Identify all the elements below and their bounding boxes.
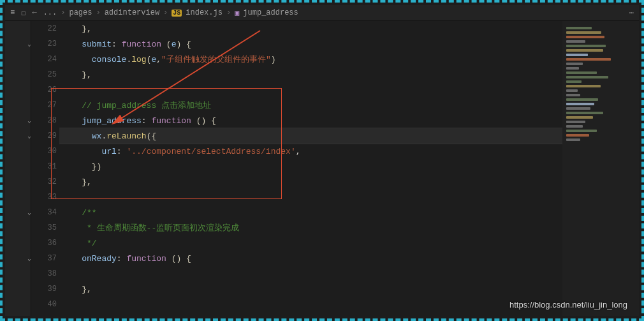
- minimap-line: [566, 49, 603, 52]
- watermark-text: https://blog.csdn.net/liu_jin_long: [509, 300, 627, 310]
- breadcrumb-bar: ≡ ☐ ← ... › pages › addinterview › JS in…: [5, 5, 639, 21]
- code-line: jump_address: function () {: [59, 113, 562, 128]
- menu-icon[interactable]: ≡: [10, 8, 15, 17]
- line-number-gutter: 22 ⌄23 24 25 26 27 ⌄28 ⌄29 30 31 32 33 ⌄…: [31, 21, 59, 316]
- fold-icon[interactable]: ⌄: [24, 255, 31, 262]
- minimap-line: [566, 116, 593, 119]
- code-line: },: [59, 21, 562, 36]
- code-line: [59, 190, 562, 205]
- line-number: 35: [48, 223, 57, 232]
- minimap-line: [566, 85, 601, 87]
- minimap-line: [566, 94, 580, 96]
- line-number: 29: [48, 131, 57, 140]
- line-number: 25: [48, 70, 57, 79]
- minimap-line: [566, 67, 579, 70]
- breadcrumb-symbol[interactable]: jump_address: [243, 8, 298, 17]
- minimap-line: [566, 112, 603, 114]
- line-number: 26: [48, 86, 57, 94]
- code-line-current: wx.reLaunch({: [59, 128, 562, 144]
- minimap-line: [566, 138, 580, 141]
- line-number: 28: [48, 116, 57, 125]
- js-file-icon: JS: [172, 10, 182, 17]
- minimap-line: [566, 45, 606, 47]
- line-number: 30: [48, 147, 57, 156]
- line-number: 31: [48, 162, 57, 171]
- code-line: }): [59, 159, 562, 174]
- code-line: onReady: function () {: [59, 251, 562, 266]
- more-icon[interactable]: ⋯: [629, 8, 634, 18]
- minimap-line: [566, 71, 597, 74]
- line-number: 23: [48, 40, 57, 49]
- line-number: 39: [48, 285, 57, 294]
- bookmark-icon[interactable]: ☐: [21, 8, 26, 18]
- fold-icon[interactable]: ⌄: [24, 40, 31, 48]
- method-icon: ▣: [235, 8, 239, 18]
- line-number: 22: [48, 24, 57, 33]
- line-number: 38: [48, 269, 57, 278]
- minimap-line: [566, 76, 608, 78]
- minimap-line: [566, 36, 604, 38]
- minimap-line: [566, 107, 590, 110]
- code-line: /**: [59, 205, 562, 220]
- minimap-line: [566, 80, 582, 83]
- minimap-line: [566, 54, 588, 56]
- minimap-line: [566, 130, 597, 132]
- breadcrumb-more[interactable]: ...: [43, 8, 57, 17]
- breadcrumb-file[interactable]: index.js: [186, 8, 223, 17]
- minimap-line: [566, 27, 592, 29]
- minimap-line: [566, 58, 611, 61]
- minimap-line: [566, 134, 589, 137]
- minimap-line: [566, 98, 598, 101]
- minimap-line: [566, 89, 578, 92]
- code-line: },: [59, 174, 562, 190]
- breadcrumb-folder-addinterview[interactable]: addinterview: [105, 8, 159, 17]
- code-line: submit: function (e) {: [59, 36, 562, 52]
- line-number: 33: [48, 193, 57, 202]
- back-icon[interactable]: ←: [32, 8, 36, 17]
- line-number: 24: [48, 55, 57, 64]
- code-line: * 生命周期函数--监听页面初次渲染完成: [59, 220, 562, 235]
- code-line: },: [59, 67, 562, 82]
- code-line: // jump_address 点击添加地址: [59, 98, 562, 113]
- line-number: 34: [48, 208, 57, 217]
- minimap-line: [566, 121, 585, 123]
- minimap-line: [566, 103, 594, 105]
- breadcrumb-folder-pages[interactable]: pages: [69, 8, 92, 17]
- fold-icon[interactable]: ⌄: [24, 132, 31, 140]
- minimap-line: [566, 31, 601, 34]
- line-number: 32: [48, 177, 57, 186]
- line-number: 27: [48, 101, 57, 110]
- minimap-line: [566, 63, 583, 65]
- code-line: [59, 297, 562, 312]
- code-line: [59, 266, 562, 281]
- code-line: [59, 82, 562, 98]
- line-number: 37: [48, 254, 57, 263]
- minimap-line: [566, 40, 585, 43]
- code-line: console.log(e,"子组件触发的父组件的事件"): [59, 52, 562, 67]
- activity-bar: [5, 21, 31, 316]
- minimap-line: [566, 125, 583, 128]
- code-line: url: '../component/selectAddress/index',: [59, 144, 562, 159]
- fold-icon[interactable]: ⌄: [24, 117, 31, 124]
- line-number: 40: [48, 300, 57, 309]
- minimap[interactable]: [562, 21, 639, 316]
- code-line: */: [59, 235, 562, 251]
- code-line: },: [59, 281, 562, 297]
- code-editor[interactable]: }, submit: function (e) { console.log(e,…: [59, 21, 562, 316]
- fold-icon[interactable]: ⌄: [24, 209, 31, 216]
- line-number: 36: [48, 239, 57, 248]
